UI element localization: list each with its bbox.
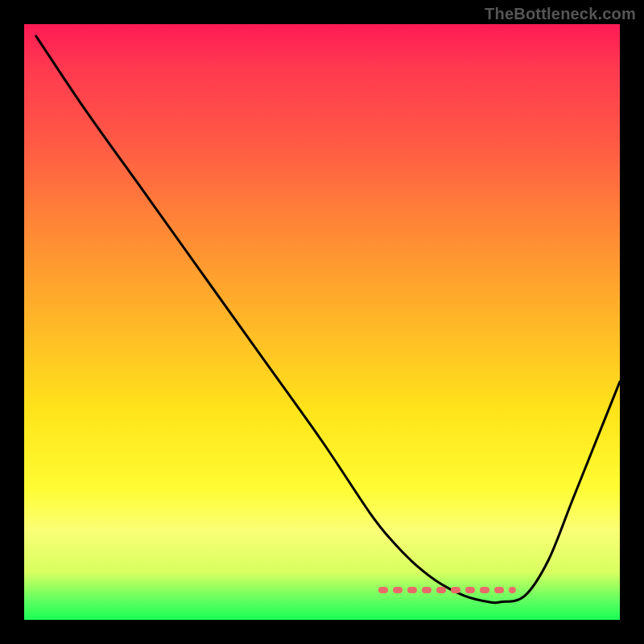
chart-frame: TheBottleneck.com: [0, 0, 644, 644]
plot-area: [24, 24, 620, 620]
curve-layer-svg: [24, 24, 620, 620]
watermark-text: TheBottleneck.com: [485, 5, 636, 23]
bottleneck-curve: [36, 36, 620, 603]
